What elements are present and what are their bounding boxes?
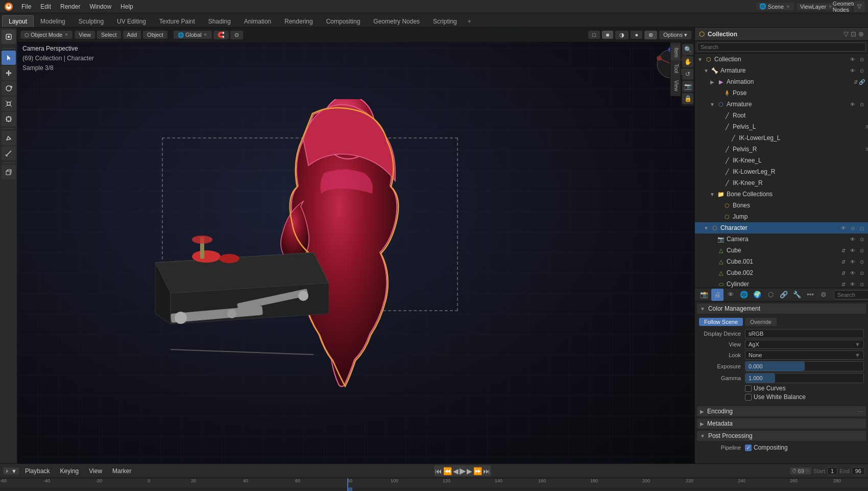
toolbar-transform[interactable] — [2, 112, 16, 126]
prop-icon-view[interactable]: 👁 — [725, 289, 737, 301]
tree-item-bones[interactable]: ⬡ Bones — [695, 200, 868, 211]
viewport-select-menu[interactable]: Select — [97, 31, 121, 39]
tree-item-pelvis-l[interactable]: ╱ Pelvis_L 3 — [695, 121, 868, 132]
n-panel-view[interactable]: View — [670, 77, 681, 95]
outliner-filter-btn[interactable]: ▽ — [843, 30, 849, 38]
tab-shading[interactable]: Shading — [202, 15, 237, 27]
tree-item-camera[interactable]: 📷 Camera 👁 ⊙ — [695, 233, 868, 245]
prop-icon-constraints[interactable]: 🔗 — [778, 289, 790, 301]
snap-magnet-icon[interactable]: 🧲 — [213, 31, 229, 39]
tree-item-root[interactable]: ╱ Root — [695, 110, 868, 121]
viewport-add-menu[interactable]: Add — [123, 31, 141, 39]
frame-start-input[interactable]: 1 — [827, 467, 837, 475]
tree-item-collection[interactable]: ▼ ⬡ Collection 👁 ⊙ — [695, 54, 868, 65]
menu-render[interactable]: Render — [56, 2, 84, 11]
tree-item-cube[interactable]: △ Cube ⇵ 👁 ⊙ — [695, 245, 868, 256]
timeline-dropdown[interactable]: ▼ — [11, 468, 17, 474]
tree-item-pelvis-r[interactable]: ╱ Pelvis_R 3 — [695, 144, 868, 155]
outliner-sync-btn[interactable]: ⊡ — [851, 30, 856, 38]
timeline-jump-end-btn[interactable]: ⏭ — [483, 467, 490, 475]
prop-icon-world[interactable]: 🌍 — [751, 289, 763, 301]
prop-icon-output[interactable]: 🖨 — [711, 289, 724, 301]
tree-item-bone-collections[interactable]: ▼ 📁 Bone Collections — [695, 189, 868, 200]
tree-item-ik-lowerleg-r[interactable]: ╱ IK-LowerLeg_R — [695, 166, 868, 177]
tree-item-ik-knee-r[interactable]: ╱ IK-Knee_R — [695, 177, 868, 189]
gamma-slider-input[interactable]: 1.000 — [745, 373, 864, 383]
viewport-shading-render[interactable]: ● — [631, 31, 642, 39]
tree-eye-btn-armobj[interactable]: 👁 — [849, 100, 857, 108]
view-pan-tool[interactable]: ✋ — [682, 56, 693, 67]
tab-sculpting[interactable]: Sculpting — [72, 15, 110, 27]
viewport-global-btn[interactable]: 🌐 Global ▼ — [174, 31, 212, 39]
toolbar-rotate[interactable] — [2, 81, 16, 96]
view-dropdown[interactable]: AgX ▼ — [745, 340, 864, 349]
toolbar-cursor[interactable] — [2, 51, 16, 65]
outliner-add-btn[interactable]: ⊕ — [858, 30, 864, 38]
follow-scene-button[interactable]: Follow Scene — [699, 318, 743, 326]
prop-icon-particles[interactable]: ••• — [804, 289, 816, 301]
viewport-shading-solid[interactable]: ■ — [602, 31, 614, 39]
viewport-mode-dropdown[interactable]: ⬡ Object Mode ▼ — [20, 31, 73, 39]
use-curves-check[interactable]: Use Curves — [745, 385, 864, 392]
viewport-object-menu[interactable]: Object — [143, 31, 167, 39]
add-workspace-button[interactable]: + — [464, 16, 475, 27]
properties-search-input[interactable] — [834, 290, 868, 299]
view-orbit-tool[interactable]: ↺ — [682, 68, 693, 80]
tree-item-ik-lowerleg-l[interactable]: ╱ IK-LowerLeg_L — [695, 132, 868, 144]
menu-help[interactable]: Help — [116, 2, 137, 11]
view-lock-tool[interactable]: 🔒 — [682, 93, 693, 104]
use-wb-checkbox[interactable] — [745, 394, 752, 401]
post-processing-header[interactable]: ▼ Post Processing — [697, 431, 866, 441]
compositing-check[interactable]: ✓ Compositing — [745, 444, 864, 451]
exposure-slider[interactable]: 0.000 — [745, 361, 864, 371]
use-curves-checkbox[interactable] — [745, 385, 752, 392]
viewport-view-menu[interactable]: View — [75, 31, 95, 39]
cube-restrict-btn[interactable]: ⇵ — [839, 246, 848, 254]
tree-item-armature-obj[interactable]: ▼ ⬡ Armature 👁 ⊙ — [695, 99, 868, 110]
viewport-3d[interactable]: ⬡ Object Mode ▼ View Select Add Object 🌐… — [17, 28, 694, 463]
timeline-playbar[interactable] — [0, 487, 868, 491]
display-device-value[interactable]: sRGB — [745, 329, 864, 338]
cyl-eye-btn[interactable]: 👁 — [849, 280, 857, 288]
search-button[interactable]: Geometry Nodes — [839, 1, 851, 12]
cube002-select-btn[interactable]: ⊙ — [858, 269, 866, 277]
cube001-restrict-btn[interactable]: ⇵ — [839, 258, 848, 266]
timeline-area[interactable]: -60 -40 -20 0 20 40 60 80 100 120 140 16… — [0, 478, 868, 491]
tree-item-cube-002[interactable]: △ Cube.002 ⇵ 👁 ⊙ — [695, 267, 868, 278]
toolbar-move[interactable] — [2, 66, 16, 80]
tab-geometry-nodes[interactable]: Geometry Nodes — [367, 15, 426, 27]
cube-select-btn[interactable]: ⊙ — [858, 246, 866, 254]
tree-item-cylinder[interactable]: ⬭ Cylinder ⇵ 👁 ⊙ — [695, 278, 868, 288]
filter-icon[interactable]: ▽ — [854, 1, 865, 12]
cube002-eye-btn[interactable]: 👁 — [849, 269, 857, 277]
menu-file[interactable]: File — [17, 2, 35, 11]
timeline-play-btn[interactable]: ▶ — [460, 466, 466, 476]
timeline-prev-frame-btn[interactable]: ⏪ — [443, 467, 452, 475]
view-value[interactable]: AgX ▼ — [745, 340, 864, 349]
view-zoom-tool[interactable]: 🔍 — [682, 44, 693, 55]
tree-item-armature-parent[interactable]: ▼ 🦴 Armature 👁 ⊙ — [695, 65, 868, 76]
camera-eye-btn[interactable]: 👁 — [849, 235, 857, 243]
tree-item-pose[interactable]: 🧍 Pose — [695, 87, 868, 99]
toolbar-annotate[interactable] — [2, 131, 16, 145]
cube002-restrict-btn[interactable]: ⇵ — [839, 269, 848, 277]
prop-icon-physics[interactable]: ⚙ — [817, 289, 830, 301]
viewport-shading-material[interactable]: ◑ — [615, 31, 629, 39]
frame-end-input[interactable]: 96 — [852, 467, 865, 475]
character-eye-btn[interactable]: 👁 — [839, 224, 848, 232]
timeline-next-frame-btn[interactable]: ⏩ — [473, 467, 482, 475]
timeline-playback[interactable]: Playback — [21, 466, 54, 476]
exposure-slider-input[interactable]: 0.000 — [745, 361, 864, 371]
character-render-btn[interactable]: ◻ — [858, 224, 866, 232]
tab-scripting[interactable]: Scripting — [426, 15, 464, 27]
tree-select-btn-arm[interactable]: ⊙ — [858, 66, 866, 75]
timeline-marker[interactable]: Marker — [108, 466, 135, 476]
camera-select-btn[interactable]: ⊙ — [858, 235, 866, 243]
metadata-header[interactable]: ▶ Metadata — [697, 418, 866, 429]
tree-item-ik-knee-l[interactable]: ╱ IK-Knee_L — [695, 155, 868, 166]
n-panel-item[interactable]: Item — [670, 44, 681, 60]
cyl-select-btn[interactable]: ⊙ — [858, 280, 866, 288]
viewport-canvas[interactable]: Camera Perspective (69) Collection | Cha… — [17, 28, 694, 463]
cyl-restrict-btn[interactable]: ⇵ — [839, 280, 848, 288]
tree-item-animation[interactable]: ▶ ▶ Animation ⇵ 🔗 — [695, 76, 868, 87]
